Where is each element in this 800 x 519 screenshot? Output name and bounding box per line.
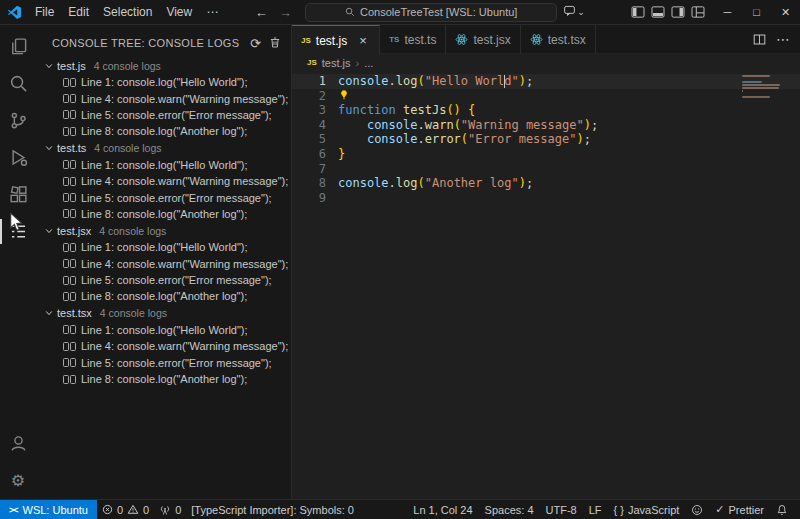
code-editor[interactable]: 1console.log("Hello World");23function t…	[292, 71, 800, 499]
tree-group-count: 4 console logs	[94, 60, 161, 72]
back-button[interactable]: ←	[251, 5, 271, 20]
tab-test-jsx[interactable]: test.jsx	[446, 25, 520, 54]
code-line[interactable]: 8console.log("Another log");	[292, 176, 800, 191]
console-log-icon	[63, 342, 76, 351]
customize-layout-icon[interactable]	[691, 6, 705, 18]
chevron-down-icon	[44, 226, 54, 236]
tree-item[interactable]: Line 8: console.log("Another log");	[36, 371, 291, 387]
trash-icon[interactable]	[269, 36, 281, 51]
explorer-icon[interactable]	[0, 28, 36, 65]
remote-indicator[interactable]: >< WSL: Ubuntu	[0, 500, 97, 519]
code-line[interactable]: 3function testJs() {	[292, 103, 800, 118]
code-line[interactable]: 2	[292, 89, 800, 104]
tree-item-label: Line 4: console.warn("Warning message");	[81, 93, 288, 105]
code-text: console.log("Another log");	[338, 176, 533, 191]
tree-group-test-tsx[interactable]: test.tsx4 console logs	[36, 305, 291, 322]
formatter-indicator[interactable]: ✓ Prettier	[709, 500, 770, 519]
menu-more[interactable]: ⋯	[199, 2, 225, 23]
tree-item[interactable]: Line 4: console.warn("Warning message");	[36, 256, 291, 272]
forward-button[interactable]: →	[275, 5, 295, 20]
notifications-button[interactable]	[770, 500, 794, 519]
tree-item[interactable]: Line 5: console.error("Error message");	[36, 354, 291, 370]
command-center[interactable]: ConsoleTreeTest [WSL: Ubuntu]	[305, 3, 557, 22]
tree-item[interactable]: Line 8: console.log("Another log");	[36, 123, 291, 139]
check-icon: ✓	[715, 503, 724, 516]
eol-setting[interactable]: LF	[583, 500, 608, 519]
refresh-icon[interactable]: ⟳	[250, 36, 261, 51]
settings-gear-icon[interactable]: ⚙	[0, 462, 36, 499]
tree-item[interactable]: Line 1: console.log("Hello World");	[36, 74, 291, 90]
menu-edit[interactable]: Edit	[61, 2, 96, 23]
accounts-icon[interactable]	[0, 425, 36, 462]
split-editor-icon[interactable]	[753, 33, 766, 46]
tree-group-count: 4 console logs	[99, 225, 166, 237]
encoding-setting[interactable]: UTF-8	[540, 500, 583, 519]
title-bar: FileEditSelectionView⋯ ← → ConsoleTreeTe…	[0, 0, 800, 25]
console-log-icon	[63, 209, 76, 218]
js-file-icon: JS	[301, 36, 311, 45]
toggle-sidebar-icon[interactable]	[631, 6, 645, 18]
tree-item[interactable]: Line 5: console.error("Error message");	[36, 272, 291, 288]
tree-item[interactable]: Line 1: console.log("Hello World");	[36, 157, 291, 173]
feedback-button[interactable]	[685, 500, 709, 519]
tree-item-label: Line 5: console.error("Error message");	[81, 274, 272, 286]
close-icon[interactable]: ×	[356, 33, 370, 48]
code-line[interactable]: 6}	[292, 147, 800, 162]
close-button[interactable]: ✕	[771, 0, 800, 25]
maximize-button[interactable]: □	[742, 0, 771, 25]
chat-button[interactable]: ⌄	[563, 4, 585, 20]
line-number: 2	[292, 89, 326, 104]
editor-actions: ⋯	[753, 25, 800, 53]
toggle-panel-icon[interactable]	[651, 6, 665, 18]
console-log-icon	[63, 325, 76, 334]
console-tree-view-icon[interactable]	[0, 213, 36, 250]
menu-selection[interactable]: Selection	[96, 2, 159, 23]
indentation-setting[interactable]: Spaces: 4	[479, 500, 540, 519]
tree-item[interactable]: Line 5: console.error("Error message");	[36, 189, 291, 205]
code-line[interactable]: 9	[292, 191, 800, 206]
tab-test-js[interactable]: JStest.js×	[292, 25, 380, 55]
source-control-icon[interactable]	[0, 102, 36, 139]
tree-item[interactable]: Line 8: console.log("Another log");	[36, 288, 291, 304]
tree-group-test-js[interactable]: test.js4 console logs	[36, 57, 291, 74]
language-mode[interactable]: { } JavaScript	[608, 500, 686, 519]
tree-item[interactable]: Line 5: console.error("Error message");	[36, 107, 291, 123]
code-line[interactable]: 4 console.warn("Warning message");	[292, 118, 800, 133]
code-line[interactable]: 1console.log("Hello World");	[292, 74, 800, 89]
toggle-secondary-sidebar-icon[interactable]	[671, 6, 685, 18]
ts-file-icon: TS	[389, 35, 399, 44]
tab-test-ts[interactable]: TStest.ts	[380, 25, 446, 54]
remote-icon: ><	[9, 505, 18, 515]
cursor-position[interactable]: Ln 1, Col 24	[407, 500, 478, 519]
tree-item[interactable]: Line 1: console.log("Hello World");	[36, 239, 291, 255]
console-log-icon	[63, 160, 76, 169]
tree-item[interactable]: Line 4: console.warn("Warning message");	[36, 338, 291, 354]
ports-indicator[interactable]: 0	[154, 500, 186, 519]
menu-file[interactable]: File	[28, 2, 61, 23]
tree-group-test-jsx[interactable]: test.jsx4 console logs	[36, 222, 291, 239]
code-line[interactable]: 5 console.error("Error message");	[292, 132, 800, 147]
menu-view[interactable]: View	[159, 2, 199, 23]
tree-item-label: Line 5: console.error("Error message");	[81, 109, 272, 121]
console-log-icon	[63, 375, 76, 384]
editor-area: JStest.js×TStest.tstest.jsxtest.tsx⋯ JS …	[292, 25, 800, 499]
tab-test-tsx[interactable]: test.tsx	[521, 25, 596, 54]
run-debug-icon[interactable]	[0, 139, 36, 176]
minimize-button[interactable]: ─	[713, 0, 742, 25]
tree-item[interactable]: Line 4: console.warn("Warning message");	[36, 173, 291, 189]
text-cursor	[504, 75, 505, 88]
extensions-icon[interactable]	[0, 176, 36, 213]
line-number: 9	[292, 191, 326, 206]
search-view-icon[interactable]	[0, 65, 36, 102]
status-message[interactable]: [TypeScript Importer]: Symbols: 0	[186, 500, 359, 519]
problems-indicator[interactable]: 0 0	[97, 500, 154, 519]
tree-item[interactable]: Line 8: console.log("Another log");	[36, 206, 291, 222]
lightbulb-icon[interactable]	[339, 89, 349, 100]
tree-item[interactable]: Line 4: console.warn("Warning message");	[36, 90, 291, 106]
more-actions-icon[interactable]: ⋯	[776, 31, 790, 47]
code-line[interactable]: 7	[292, 162, 800, 177]
tree-group-test-ts[interactable]: test.ts4 console logs	[36, 140, 291, 157]
breadcrumb[interactable]: JS test.js › ...	[292, 54, 800, 71]
panel-title: CONSOLE TREE: CONSOLE LOGS	[52, 37, 250, 49]
tree-item[interactable]: Line 1: console.log("Hello World");	[36, 322, 291, 338]
